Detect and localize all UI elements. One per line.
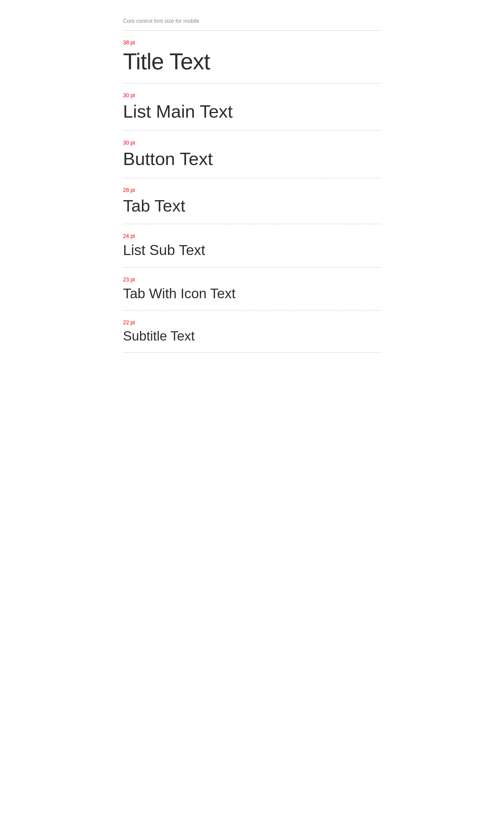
pt-label-tab-text: 28 pt [123, 187, 381, 193]
pt-label-title-text: 38 pt [123, 40, 381, 46]
font-row-list-sub-text: 24 ptList Sub Text [123, 224, 381, 268]
font-sample-title-text: Title Text [123, 49, 381, 74]
font-sample-tab-with-icon-text: Tab With Icon Text [123, 286, 381, 301]
page-header: Core control font size for mobile [123, 18, 381, 31]
pt-label-button-text: 30 pt [123, 140, 381, 146]
font-sample-list-sub-text: List Sub Text [123, 242, 381, 258]
pt-label-list-sub-text: 24 pt [123, 233, 381, 239]
pt-label-subtitle-text: 22 pt [123, 319, 381, 326]
page-header-label: Core control font size for mobile [123, 18, 199, 24]
pt-label-tab-with-icon-text: 23 pt [123, 277, 381, 283]
font-row-list-main-text: 30 ptList Main Text [123, 83, 381, 131]
font-row-title-text: 38 ptTitle Text [123, 31, 381, 83]
font-row-subtitle-text: 22 ptSubtitle Text [123, 310, 381, 353]
font-row-tab-text: 28 ptTab Text [123, 178, 381, 224]
font-row-tab-with-icon-text: 23 ptTab With Icon Text [123, 268, 381, 310]
main-container: Core control font size for mobile 38 ptT… [123, 0, 381, 353]
font-sample-tab-text: Tab Text [123, 196, 381, 215]
font-rows-container: 38 ptTitle Text30 ptList Main Text30 ptB… [123, 31, 381, 353]
pt-label-list-main-text: 30 pt [123, 93, 381, 99]
font-sample-subtitle-text: Subtitle Text [123, 329, 381, 343]
font-sample-list-main-text: List Main Text [123, 102, 381, 121]
font-row-button-text: 30 ptButton Text [123, 131, 381, 178]
font-sample-button-text: Button Text [123, 149, 381, 169]
